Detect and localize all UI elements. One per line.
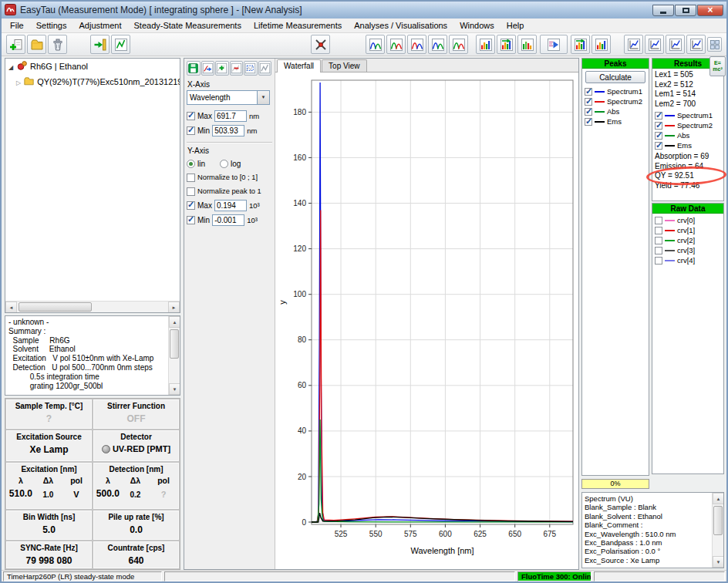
scrollbar-track[interactable] — [713, 504, 723, 556]
results-legend-item[interactable]: Ems — [652, 140, 723, 150]
adjustment-button[interactable] — [311, 35, 330, 54]
vertical-scrollbar[interactable] — [712, 493, 723, 568]
expanded-icon[interactable] — [7, 62, 15, 71]
export-curve-button[interactable] — [201, 61, 215, 76]
zoom-out-button[interactable] — [230, 61, 244, 76]
anisotropy-spectrum-button[interactable] — [428, 35, 447, 54]
zoom-reset-button[interactable] — [258, 61, 272, 76]
results-legend-item[interactable]: Abs — [652, 130, 723, 140]
titlebar[interactable]: EasyTau (Measurement Mode) [ integrating… — [2, 2, 726, 19]
collapsed-icon[interactable] — [16, 77, 21, 86]
zoom-in-button[interactable] — [215, 61, 229, 76]
open-button[interactable] — [27, 35, 46, 54]
zoom-selection-button[interactable] — [244, 61, 258, 76]
tcspc-decay-button[interactable] — [476, 35, 495, 54]
raw-data-item[interactable]: crv[1] — [652, 225, 723, 235]
tab-top-view[interactable]: Top View — [322, 59, 366, 72]
menu-item-lifetime-measurements[interactable]: Lifetime Measurements — [248, 19, 348, 32]
menu-item-windows[interactable]: Windows — [453, 19, 501, 32]
results-legend-item[interactable]: Spectrum1 — [652, 110, 723, 120]
save-curve-button[interactable] — [187, 61, 201, 76]
curve-checkbox[interactable] — [655, 257, 662, 265]
spectrum-chart[interactable]: 5255505756006256506750204060801001201401… — [275, 72, 579, 571]
scroll-up-button[interactable] — [169, 316, 180, 328]
x-max-checkbox[interactable] — [187, 112, 195, 120]
bursts-button[interactable] — [592, 35, 611, 54]
curve-checkbox[interactable] — [655, 217, 662, 224]
results-legend-item[interactable]: Spectrum2 — [652, 120, 723, 130]
tab-waterfall[interactable]: Waterfall — [277, 59, 321, 72]
y-lin-radio[interactable] — [187, 160, 195, 168]
curve-checkbox[interactable] — [585, 118, 592, 126]
raw-data-item[interactable]: crv[3] — [652, 245, 723, 255]
curve-checkbox[interactable] — [585, 108, 592, 116]
scroll-down-button[interactable] — [169, 383, 180, 395]
import-measurement-button[interactable] — [90, 35, 110, 54]
raw-data-item[interactable]: crv[0] — [652, 215, 723, 225]
curve-checkbox[interactable] — [585, 98, 592, 106]
spectra-analysis-window-button[interactable] — [624, 35, 643, 54]
y-min-checkbox[interactable] — [187, 216, 195, 224]
scrollbar-thumb[interactable] — [19, 302, 92, 312]
normalize-peak-checkbox[interactable] — [187, 187, 195, 196]
new-measurement-button[interactable] — [6, 35, 25, 54]
maximize-button[interactable] — [675, 5, 696, 16]
decay-analysis-window-button[interactable] — [645, 35, 664, 54]
x-axis-type-dropdown[interactable]: Wavelength — [187, 90, 270, 105]
menu-item-adjustment[interactable]: Adjustment — [72, 19, 127, 32]
waterfall-measurement-button[interactable] — [540, 35, 568, 54]
scroll-up-button[interactable] — [713, 493, 724, 504]
emission-spectrum-button[interactable] — [366, 35, 385, 54]
calculate-button[interactable]: Calculate — [585, 71, 645, 83]
scrollbar-thumb[interactable] — [713, 506, 723, 535]
chevron-down-icon[interactable] — [257, 91, 269, 104]
tree-item-sample[interactable]: Rh6G | Ethanol — [5, 59, 180, 74]
tres-spectra-button[interactable] — [571, 35, 590, 54]
results-window-button[interactable] — [666, 35, 685, 54]
curve-checkbox[interactable] — [655, 122, 662, 130]
scroll-left-button[interactable] — [5, 302, 17, 313]
curve-checkbox[interactable] — [655, 142, 662, 150]
y-max-checkbox[interactable] — [187, 201, 195, 210]
minimize-button[interactable] — [652, 5, 674, 16]
close-button[interactable] — [697, 5, 723, 16]
peaks-legend-item[interactable]: Ems — [582, 116, 649, 126]
kinetics-measurement-button[interactable] — [449, 35, 468, 54]
arrange-windows-button[interactable] — [707, 37, 722, 52]
horizontal-scrollbar[interactable] — [5, 301, 180, 312]
peaks-legend-item[interactable]: Spectrum2 — [582, 96, 649, 106]
curve-checkbox[interactable] — [655, 132, 662, 140]
tres-button[interactable] — [497, 35, 516, 54]
tree-item-measurement[interactable]: QY(92%)T(77%)Exc510nm_20131219_1606 — [5, 74, 180, 89]
y-min-input[interactable] — [212, 214, 244, 226]
scrollbar-track[interactable] — [17, 302, 168, 312]
report-window-button[interactable] — [686, 35, 706, 54]
peaks-legend-item[interactable]: Spectrum1 — [582, 86, 649, 96]
scroll-right-button[interactable] — [168, 302, 180, 313]
delete-button[interactable] — [48, 35, 67, 54]
menu-item-settings[interactable]: Settings — [30, 19, 73, 32]
y-log-radio[interactable] — [220, 160, 228, 168]
curve-checkbox[interactable] — [585, 88, 592, 96]
scrollbar-thumb[interactable] — [170, 329, 179, 359]
x-max-input[interactable] — [214, 110, 247, 122]
peaks-legend-item[interactable]: Abs — [582, 106, 649, 116]
formula-button[interactable]: E= mc² — [709, 56, 726, 76]
menu-item-help[interactable]: Help — [501, 19, 531, 32]
synchronous-spectrum-button[interactable] — [407, 35, 426, 54]
curve-checkbox[interactable] — [655, 112, 662, 120]
curve-checkbox[interactable] — [655, 237, 662, 244]
normalize-01-checkbox[interactable] — [187, 174, 195, 182]
curve-checkbox[interactable] — [655, 227, 662, 234]
x-min-input[interactable] — [212, 125, 244, 136]
y-max-input[interactable] — [214, 200, 247, 211]
menu-item-file[interactable]: File — [4, 19, 30, 32]
scrollbar-track[interactable] — [169, 328, 180, 383]
anisotropy-decay-button[interactable] — [517, 35, 537, 54]
new-analysis-button[interactable] — [111, 35, 130, 54]
menu-item-analyses-visualisations[interactable]: Analyses / Visualisations — [348, 19, 453, 32]
x-min-checkbox[interactable] — [187, 126, 195, 135]
curve-checkbox[interactable] — [655, 247, 662, 254]
vertical-scrollbar[interactable] — [168, 316, 180, 395]
scroll-down-button[interactable] — [713, 556, 724, 568]
